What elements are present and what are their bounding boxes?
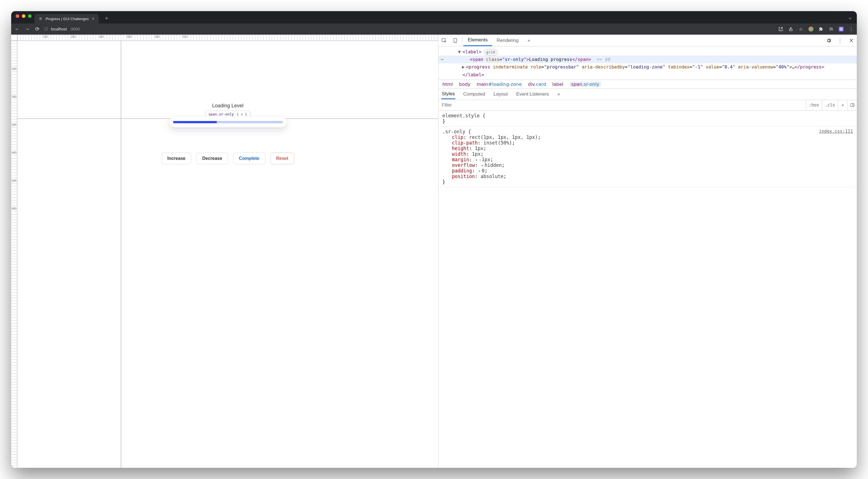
subtab-computed[interactable]: Computed	[463, 90, 486, 99]
increase-button[interactable]: Increase	[161, 153, 191, 164]
close-tab-icon[interactable]: ✕	[91, 17, 95, 21]
css-declaration[interactable]: position: absolute;	[442, 173, 853, 179]
titlebar: Progress | GUI Challenges ✕ ＋	[11, 11, 857, 24]
dom-breadcrumb[interactable]: html body main#loading-zone div.card lab…	[438, 79, 857, 89]
crumb-main[interactable]: main#loading-zone	[477, 82, 522, 87]
cls-toggle[interactable]: .cls	[822, 100, 838, 110]
devtools-menu-icon[interactable]: ⋮	[834, 37, 846, 44]
window-controls	[14, 11, 32, 24]
ruler-tick: 100	[12, 67, 17, 70]
progress-fill	[173, 121, 217, 123]
crumb-body[interactable]: body	[459, 82, 471, 87]
page-viewport: 100 200 300 400 500 600 100 200 300 400 …	[11, 35, 438, 468]
ruler-tick: 600	[183, 35, 188, 38]
extension-badge-icon[interactable]	[808, 26, 814, 32]
address-bar: ← → ⟳ ⓘ localhost:3000 ☆ ⋮	[11, 24, 857, 35]
tabs-overflow-icon[interactable]: »	[523, 35, 534, 46]
devtools-tabs: Elements Rendering » ⋮ ✕	[438, 35, 857, 46]
hov-toggle[interactable]: :hov	[806, 100, 822, 110]
dom-node-span-sr-only[interactable]: <span class="sr-only">Loading progress</…	[438, 56, 857, 63]
toolbar-right: ☆ ⋮	[778, 26, 854, 32]
tab-title: Progress | GUI Challenges	[45, 17, 89, 21]
svg-point-2	[41, 18, 41, 19]
new-tab-button[interactable]: ＋	[101, 14, 112, 24]
back-button[interactable]: ←	[14, 26, 20, 32]
css-rule-sr-only[interactable]: index.css:111 .sr-only { clip: rect(1px,…	[438, 127, 857, 187]
styles-filter-input[interactable]	[438, 102, 806, 107]
subtab-event-listeners[interactable]: Event Listeners	[516, 90, 550, 99]
css-declaration[interactable]: padding: ▸0;	[442, 168, 853, 173]
crumb-div-card[interactable]: div.card	[528, 82, 546, 87]
url-port: :3000	[70, 27, 80, 31]
maximize-window-icon[interactable]	[28, 14, 32, 18]
ruler-tick: 500	[155, 35, 160, 38]
css-declaration[interactable]: height: 1px;	[442, 146, 853, 151]
css-declaration[interactable]: clip: rect(1px, 1px, 1px, 1px);	[442, 134, 853, 140]
share-icon[interactable]	[788, 26, 794, 32]
css-declaration[interactable]: margin: ▸-1px;	[442, 157, 853, 162]
bookmark-icon[interactable]: ☆	[798, 26, 804, 32]
css-source-link[interactable]: index.css:111	[819, 129, 853, 134]
settings-gear-icon[interactable]	[823, 38, 834, 43]
device-toggle-icon[interactable]	[450, 35, 461, 46]
content-split: 100 200 300 400 500 600 100 200 300 400 …	[11, 35, 857, 468]
styles-filter-bar: :hov .cls ＋	[438, 100, 857, 111]
tab-rendering[interactable]: Rendering	[492, 35, 523, 46]
close-devtools-icon[interactable]: ✕	[846, 37, 857, 44]
decrease-button[interactable]: Decrease	[196, 153, 228, 164]
favicon-icon	[38, 17, 43, 21]
dom-node-progress[interactable]: ▶ <progress indeterminate role="progress…	[438, 63, 857, 71]
subtabs-overflow-icon[interactable]: »	[557, 90, 560, 99]
ruler-tick: 200	[71, 35, 76, 38]
dom-node-label[interactable]: ▼<label>grid	[438, 48, 857, 56]
close-window-icon[interactable]	[16, 14, 19, 18]
complete-button[interactable]: Complete	[233, 153, 265, 164]
open-external-icon[interactable]	[778, 26, 783, 32]
crumb-span-sr-only[interactable]: span.sr-only	[569, 82, 601, 87]
svg-point-1	[40, 18, 40, 19]
computed-sidebar-toggle-icon[interactable]	[847, 100, 857, 110]
subtab-layout[interactable]: Layout	[493, 90, 508, 99]
ruler-vertical: 100 200 300 400 500 600	[11, 41, 17, 468]
dom-tree[interactable]: ▼<label>grid <span class="sr-only">Loadi…	[438, 46, 857, 79]
reading-list-icon[interactable]	[828, 26, 834, 32]
chrome-menu-icon[interactable]: ⋮	[848, 26, 854, 32]
new-style-rule-icon[interactable]: ＋	[838, 100, 847, 110]
minimize-window-icon[interactable]	[22, 14, 26, 18]
subtab-styles[interactable]: Styles	[441, 89, 455, 99]
browser-tab[interactable]: Progress | GUI Challenges ✕	[34, 14, 99, 24]
grid-badge[interactable]: grid	[484, 49, 497, 56]
ruler-horizontal: 100 200 300 400 500 600	[17, 35, 438, 41]
css-declaration[interactable]: overflow: ▸hidden;	[442, 162, 853, 168]
profile-avatar-icon[interactable]	[838, 26, 844, 32]
ruler-tick: 300	[99, 35, 104, 38]
dom-node-label-close[interactable]: </label>	[438, 71, 857, 78]
crumb-html[interactable]: html	[442, 82, 453, 87]
reload-button[interactable]: ⟳	[34, 26, 40, 32]
ruler-tick: 200	[12, 95, 17, 98]
progress-card	[169, 117, 287, 127]
svg-rect-10	[851, 104, 854, 107]
ruler-tick: 600	[12, 207, 17, 210]
css-rule-element-style[interactable]: element.style { }	[438, 111, 857, 127]
tooltip-class: .sr-only	[217, 112, 234, 116]
page-heading: Loading Level	[212, 103, 243, 109]
tooltip-tag: span	[209, 112, 217, 116]
omnibox[interactable]: ⓘ localhost:3000	[44, 27, 774, 32]
site-info-icon[interactable]: ⓘ	[44, 27, 48, 32]
css-declaration[interactable]: clip-path: inset(50%);	[442, 140, 853, 146]
ruler-tick: 400	[12, 151, 17, 154]
inspect-element-icon[interactable]	[438, 35, 450, 46]
reset-button[interactable]: Reset	[270, 153, 294, 164]
forward-button[interactable]: →	[24, 26, 30, 32]
progress-track	[173, 121, 283, 123]
ruler-tick: 300	[12, 123, 17, 126]
tabs-overflow-icon[interactable]	[848, 16, 854, 24]
tab-elements[interactable]: Elements	[463, 35, 492, 46]
extensions-icon[interactable]	[818, 26, 824, 32]
page-stage: Loading Level span.sr-only 1 × 1 Increas…	[17, 41, 438, 468]
browser-window: Progress | GUI Challenges ✕ ＋ ← → ⟳ ⓘ lo…	[11, 11, 857, 468]
css-declaration[interactable]: width: 1px;	[442, 151, 853, 157]
crumb-label[interactable]: label	[552, 82, 563, 87]
url-host: localhost	[51, 27, 67, 31]
